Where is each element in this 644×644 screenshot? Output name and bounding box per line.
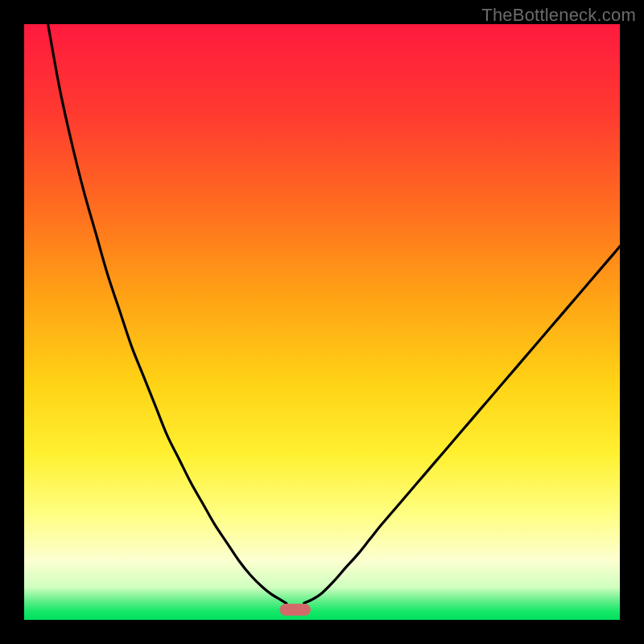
watermark-text: TheBottleneck.com [481,5,636,26]
chart-background [24,24,620,620]
bottleneck-marker [279,604,310,616]
chart-frame [24,24,620,620]
bottleneck-chart [24,24,620,620]
